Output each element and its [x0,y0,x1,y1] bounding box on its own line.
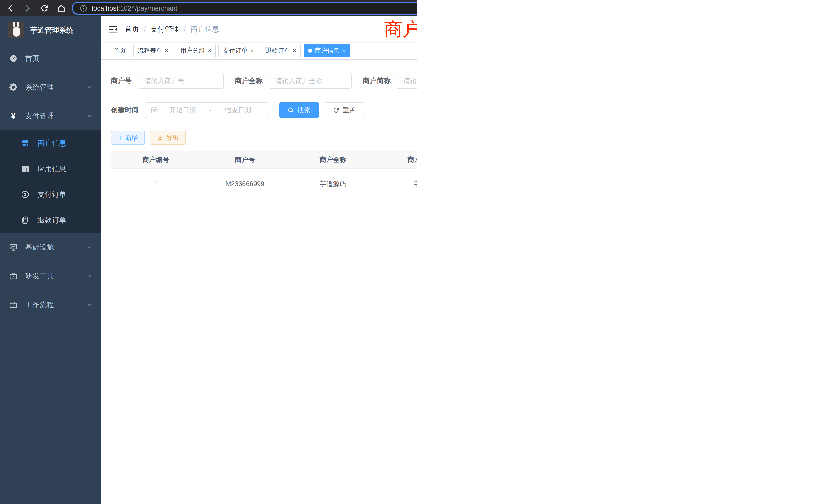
cell-merchant-id: 1 [111,180,201,188]
site-info-icon[interactable] [79,4,88,13]
store-icon [21,139,30,147]
monitor-chart-icon [9,243,18,251]
cell-full-name: 芋道源码 [289,179,377,188]
export-button[interactable]: 导出 [150,131,186,145]
sidebar-item-pay-order[interactable]: ¥ 支付订单 [0,182,101,207]
merchant-no-input[interactable] [138,73,224,89]
sidebar-item-workflow[interactable]: 工作流程 [0,291,101,319]
sidebar-item-label: 研发工具 [25,271,54,281]
sidebar-item-dev-tools[interactable]: 研发工具 [0,262,101,291]
reset-button-label: 重置 [343,106,356,115]
sidebar-item-label: 系统管理 [25,83,54,92]
sidebar-item-refund-order[interactable]: 退款订单 [0,207,101,233]
tab-pay-order[interactable]: 支付订单 [218,44,258,57]
sidebar-item-app-info[interactable]: 应用信息 [0,156,101,182]
chevron-up-icon [86,113,92,119]
plus-icon [118,134,122,142]
date-separator: - [207,106,214,114]
download-icon [157,135,163,141]
refresh-icon [333,107,339,113]
documents-icon [21,216,30,224]
sidebar-item-home[interactable]: 首页 [0,44,101,73]
sidebar-item-label: 商户信息 [38,138,66,148]
tab-label: 流程表单 [138,46,162,55]
calendar-icon [151,106,158,114]
sidebar-item-merchant-info[interactable]: 商户信息 [0,130,101,156]
breadcrumb-home[interactable]: 首页 [125,24,139,34]
filter-full-name: 商户全称 [235,73,352,89]
main-area: 首页 / 支付管理 / 商户信息 商户列表 ? [101,17,417,504]
close-icon[interactable] [250,47,254,54]
pagination: 共 1 条 10条/页 1 前往 [111,210,417,225]
field-label: 商户全称 [235,76,263,86]
start-date-placeholder: 开始日期 [158,106,207,115]
date-range-picker[interactable]: 开始日期 - 结束日期 [145,102,268,118]
url-host: localhost [92,4,118,12]
toolbox-icon [9,301,18,309]
forward-icon[interactable] [23,4,32,13]
add-button[interactable]: 新增 [111,131,145,145]
tab-label: 支付订单 [223,46,247,55]
breadcrumb-separator: / [144,25,146,33]
sidebar-item-label: 支付订单 [38,190,66,199]
sidebar-item-system[interactable]: 系统管理 [0,73,101,101]
app-title: 芋道管理系统 [30,25,73,35]
filter-merchant-no: 商户号 [111,73,224,89]
close-icon[interactable] [342,47,346,54]
breadcrumb-payment[interactable]: 支付管理 [151,24,179,34]
toolbox-icon [9,272,18,280]
chevron-down-icon [86,273,92,279]
short-name-input[interactable] [397,73,417,89]
sidebar-item-label: 退款订单 [38,215,66,225]
dashboard-icon [9,54,18,63]
full-name-input[interactable] [269,73,352,89]
field-label: 创建时间 [111,106,139,115]
merchant-table: 商户编号 商户号 商户全称 商户简称 开启状态 备注 创建时间 操作 1 M23… [111,151,417,199]
column-header: 商户编号 [111,155,201,164]
active-dot [308,48,312,53]
url-path: :1024/pay/merchant [118,4,177,12]
address-bar[interactable]: localhost:1024/pay/merchant [72,2,417,15]
column-header: 商户全称 [289,155,377,164]
home-icon[interactable] [57,4,66,13]
logo-rabbit-image [8,22,24,38]
search-button[interactable]: 搜索 [279,102,319,118]
column-header: 商户简称 [377,155,417,164]
tab-user-group[interactable]: 用户分组 [176,44,216,57]
close-icon[interactable] [165,47,169,54]
sidebar-item-label: 工作流程 [25,300,54,310]
table-toolbar: 新增 导出 [111,131,417,145]
table-row: 1 M233666999 芋道源码 芋艿 我是备注 2021-10-23 08:… [111,169,417,199]
cell-short-name: 芋艿 [377,179,417,188]
sidebar-item-payment[interactable]: 支付管理 [0,101,101,130]
svg-text:¥: ¥ [24,192,26,197]
sidebar: 芋道管理系统 首页 系统管理 支付管理 [0,17,101,504]
sidebar-item-infrastructure[interactable]: 基础设施 [0,233,101,262]
field-label: 商户号 [111,76,132,86]
tab-home[interactable]: 首页 [109,44,130,57]
export-button-label: 导出 [167,134,179,142]
browser-toolbar: localhost:1024/pay/merchant 10 [0,0,417,17]
close-icon[interactable] [293,47,296,54]
tab-label: 商户信息 [315,46,339,55]
end-date-placeholder: 结束日期 [213,106,262,115]
tab-label: 用户分组 [180,46,205,55]
sidebar-toggle-icon[interactable] [101,25,125,34]
table-header-row: 商户编号 商户号 商户全称 商户简称 开启状态 备注 创建时间 操作 [111,151,417,169]
tab-label: 首页 [113,46,126,55]
top-navbar: 首页 / 支付管理 / 商户信息 商户列表 ? [101,17,417,42]
tab-merchant-info[interactable]: 商户信息 [304,44,350,57]
tab-refund-order[interactable]: 退款订单 [261,44,301,57]
reload-icon[interactable] [40,4,49,13]
tab-process-form[interactable]: 流程表单 [133,44,173,57]
reset-button[interactable]: 重置 [325,102,364,118]
tab-label: 退款订单 [265,46,290,55]
chevron-down-icon [86,244,92,250]
close-icon[interactable] [207,47,211,54]
sidebar-logo[interactable]: 芋道管理系统 [0,17,101,44]
url-text: localhost:1024/pay/merchant [92,4,177,12]
back-icon[interactable] [6,4,15,13]
grid-icon [21,165,30,173]
add-button-label: 新增 [125,134,138,142]
chevron-down-icon [86,302,92,308]
